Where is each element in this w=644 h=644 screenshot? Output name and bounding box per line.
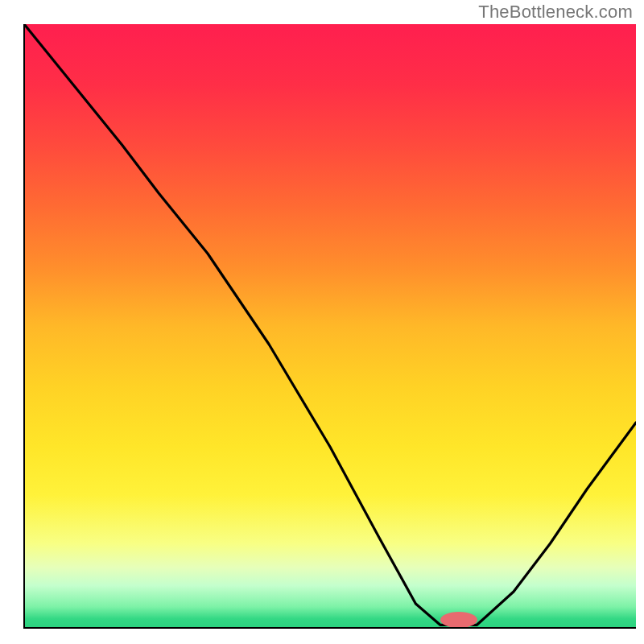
optimal-point-marker (440, 612, 477, 628)
plot-background-gradient (24, 24, 636, 628)
bottleneck-chart (0, 0, 644, 644)
watermark-text: TheBottleneck.com (478, 2, 633, 23)
